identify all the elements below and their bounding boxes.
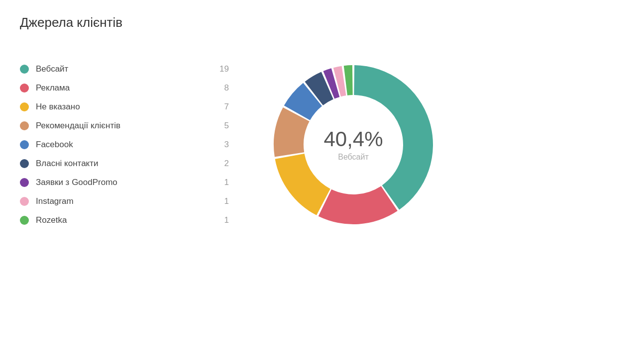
- chart-section: Вебсайт 19 Реклама 8 Не вказано 7 Рекоме…: [20, 50, 621, 239]
- legend-item: Реклама 8: [20, 83, 229, 93]
- dashboard-container: Джерела клієнтів Вебсайт 19 Реклама 8 Не…: [20, 15, 621, 239]
- legend-item: Instagram 1: [20, 196, 229, 206]
- legend-dot: [20, 102, 29, 111]
- legend-label: Instagram: [36, 196, 207, 206]
- legend-value: 7: [214, 102, 229, 112]
- legend-label: Не вказано: [36, 102, 207, 112]
- donut-segment: [319, 186, 398, 224]
- legend-dot: [20, 216, 29, 225]
- donut-percent: 40,4%: [323, 128, 383, 151]
- donut-segment: [275, 154, 330, 215]
- legend-item: Не вказано 7: [20, 102, 229, 112]
- legend-item: Власні контакти 2: [20, 159, 229, 169]
- donut-chart: 40,4% Вебсайт: [259, 50, 448, 239]
- page-title: Джерела клієнтів: [20, 15, 621, 30]
- legend-dot: [20, 65, 29, 74]
- legend-dot: [20, 178, 29, 187]
- legend-value: 1: [214, 215, 229, 225]
- legend-value: 1: [214, 178, 229, 187]
- legend-item: Рекомендації клієнтів 5: [20, 121, 229, 131]
- legend-item: Заявки з GoodPromo 1: [20, 178, 229, 187]
- legend-value: 19: [214, 64, 229, 74]
- legend-item: Вебсайт 19: [20, 64, 229, 74]
- legend-label: Заявки з GoodPromo: [36, 178, 207, 187]
- legend-label: Реклама: [36, 83, 207, 93]
- legend-dot: [20, 121, 29, 130]
- legend-dot: [20, 84, 29, 92]
- legend-value: 1: [214, 196, 229, 206]
- legend-value: 5: [214, 121, 229, 131]
- legend-dot: [20, 159, 29, 168]
- legend-value: 3: [214, 140, 229, 150]
- legend-item: Rozetka 1: [20, 215, 229, 225]
- legend: Вебсайт 19 Реклама 8 Не вказано 7 Рекоме…: [20, 64, 229, 225]
- legend-item: Facebook 3: [20, 140, 229, 150]
- legend-label: Власні контакти: [36, 159, 207, 169]
- legend-label: Вебсайт: [36, 64, 207, 74]
- legend-label: Facebook: [36, 140, 207, 150]
- legend-dot: [20, 140, 29, 149]
- legend-label: Rozetka: [36, 215, 207, 225]
- legend-value: 8: [214, 83, 229, 93]
- legend-dot: [20, 197, 29, 206]
- legend-label: Рекомендації клієнтів: [36, 121, 207, 131]
- donut-label: Вебсайт: [323, 153, 383, 162]
- legend-value: 2: [214, 159, 229, 169]
- donut-center: 40,4% Вебсайт: [323, 128, 383, 162]
